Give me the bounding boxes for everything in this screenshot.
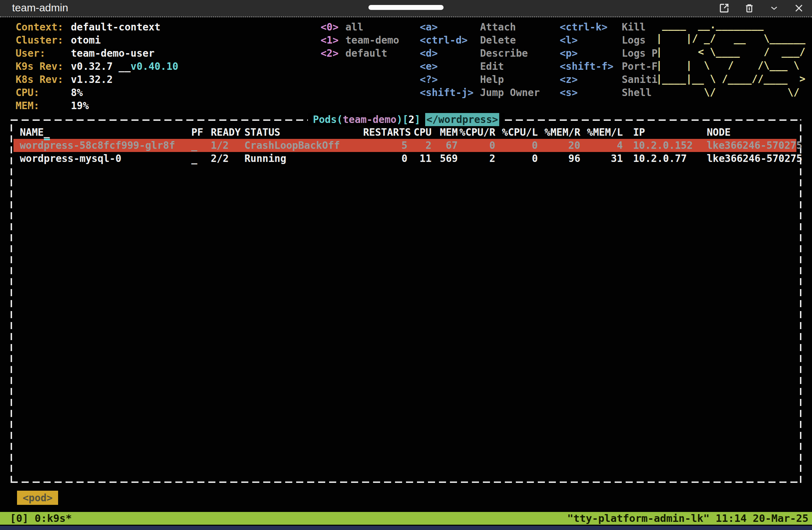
- col-header-restarts: RESTARTS: [363, 126, 407, 139]
- pod-node: lke366246-570275: [697, 139, 802, 152]
- hotkey: <2>: [321, 47, 345, 60]
- hotkey-label: Delete: [480, 34, 516, 47]
- info-row-cluster: Cluster: otomi: [16, 34, 178, 47]
- breadcrumb-mid: )[: [396, 113, 408, 126]
- info-value: default-context: [71, 21, 160, 34]
- k9s-version: v0.32.7 __: [71, 61, 131, 72]
- info-label: CPU:: [16, 86, 71, 99]
- command-edit[interactable]: <e> Edit: [420, 60, 540, 73]
- trash-icon[interactable]: [744, 2, 755, 14]
- info-value: team-demo-user: [71, 47, 154, 60]
- command-port-forward[interactable]: <shift-f> Port-F: [560, 60, 658, 73]
- pod-cpu: 11: [407, 152, 432, 165]
- info-row-k9s-rev: K9s Rev: v0.32.7 __v0.40.10: [16, 60, 178, 73]
- cluster-info: Context: default-context Cluster: otomi …: [16, 21, 178, 112]
- hotkey-label: all: [345, 21, 363, 34]
- pod-name: wordpress-58c8fcf999-glr8f: [13, 139, 191, 152]
- info-value: 19%: [71, 99, 89, 112]
- command-help[interactable]: <?> Help: [420, 73, 540, 86]
- info-label: Context:: [16, 21, 71, 34]
- tmux-host-time: "tty-platform-admin-lk" 11:14 20-Mar-25: [567, 512, 808, 525]
- col-header-name: NAME_: [13, 126, 191, 139]
- info-label: User:: [16, 47, 71, 60]
- info-value: v0.32.7 __v0.40.10: [71, 60, 178, 73]
- info-value: otomi: [71, 34, 101, 47]
- pod-pcpu-r: 0: [458, 139, 495, 152]
- col-header-node: NODE: [697, 126, 796, 139]
- title-bar: team-admin: [0, 0, 812, 17]
- command-describe[interactable]: <d> Describe: [420, 47, 540, 60]
- hotkey: <z>: [560, 73, 622, 86]
- command-jump-owner[interactable]: <shift-j> Jump Owner: [420, 86, 540, 99]
- table-row[interactable]: wordpress-mysql-0 _ 2/2 Running 0 11 569…: [13, 152, 796, 165]
- pod-pmem-r: 20: [538, 139, 580, 152]
- info-label: Cluster:: [16, 34, 71, 47]
- command-sanitize[interactable]: <z> Saniti: [560, 73, 658, 86]
- drag-handle[interactable]: [368, 5, 444, 10]
- info-value: 8%: [71, 86, 83, 99]
- pod-ready: 2/2: [211, 152, 244, 165]
- hotkey: <1>: [321, 34, 345, 47]
- table-row[interactable]: wordpress-58c8fcf999-glr8f _ 1/2 CrashLo…: [13, 139, 796, 152]
- command-menu-col2: <ctrl-k> Kill <l> Logs <p> Logs P <shift…: [560, 21, 658, 99]
- pod-pmem-l: 4: [580, 139, 623, 152]
- col-header-ready: READY: [211, 126, 244, 139]
- window-title: team-admin: [12, 2, 68, 14]
- hotkey-label: Attach: [480, 21, 516, 34]
- pod-ready: 1/2: [211, 139, 244, 152]
- tmux-session-label: [0] 0:k9s*: [10, 512, 72, 525]
- command-logs[interactable]: <l> Logs: [560, 34, 658, 47]
- hotkey: <a>: [420, 21, 480, 34]
- hotkey-label: Kill: [622, 21, 645, 34]
- resource-crumb: <pod>: [17, 491, 58, 505]
- namespace-hotkeys: <0> all <1> team-demo <2> default: [321, 21, 399, 60]
- pod-pf: _: [191, 152, 211, 165]
- hotkey: <d>: [420, 47, 480, 60]
- col-header-pmem-l: %MEM/L: [580, 126, 623, 139]
- hotkey: <p>: [560, 47, 622, 60]
- k9s-terminal: Context: default-context Cluster: otomi …: [0, 17, 812, 530]
- hotkey-label: Logs P: [622, 47, 658, 60]
- close-icon[interactable]: [794, 3, 804, 13]
- pod-node: lke366246-570275: [697, 152, 802, 165]
- pod-pf: _: [191, 139, 211, 152]
- hotkey: <s>: [560, 86, 622, 99]
- command-delete[interactable]: <ctrl-d> Delete: [420, 34, 540, 47]
- table-header-row: NAME_ PF READY STATUS RESTARTS CPU MEM %…: [13, 126, 796, 139]
- pod-pcpu-l: 0: [495, 152, 538, 165]
- namespace-name: team-demo: [343, 113, 396, 126]
- filter-chip: </wordpress>: [425, 113, 499, 126]
- hotkey-label: Port-F: [622, 60, 658, 73]
- namespace-item-team-demo[interactable]: <1> team-demo: [321, 34, 399, 47]
- k9s-logo: ____ __.________ | |/ _/ __ \______ | < …: [656, 18, 805, 99]
- pod-ip: 10.2.0.152: [623, 139, 697, 152]
- tmux-status-bar: [0] 0:k9s* "tty-platform-admin-lk" 11:14…: [0, 512, 812, 525]
- hotkey: <l>: [560, 34, 622, 47]
- hotkey-label: Saniti: [622, 73, 658, 86]
- hotkey-label: Edit: [480, 60, 504, 73]
- pod-status: Running: [244, 152, 363, 165]
- col-header-mem: MEM: [432, 126, 458, 139]
- hotkey: <0>: [321, 21, 345, 34]
- namespace-item-all[interactable]: <0> all: [321, 21, 399, 34]
- namespace-item-default[interactable]: <2> default: [321, 47, 399, 60]
- pods-breadcrumb: Pods(team-demo)[2]</wordpress>: [308, 113, 504, 126]
- pod-ip: 10.2.0.77: [623, 152, 697, 165]
- info-row-context: Context: default-context: [16, 21, 178, 34]
- command-menu-col1: <a> Attach <ctrl-d> Delete <d> Describe …: [420, 21, 540, 99]
- info-row-cpu: CPU: 8%: [16, 86, 178, 99]
- hotkey-label: team-demo: [345, 34, 399, 47]
- col-header-pmem-r: %MEM/R: [538, 126, 580, 139]
- hotkey-label: Logs: [622, 34, 645, 47]
- col-header-cpu: CPU: [407, 126, 432, 139]
- chevron-down-icon[interactable]: [769, 4, 779, 13]
- command-shell[interactable]: <s> Shell: [560, 86, 658, 99]
- info-row-mem: MEM: 19%: [16, 99, 178, 112]
- hotkey: <e>: [420, 60, 480, 73]
- command-attach[interactable]: <a> Attach: [420, 21, 540, 34]
- hotkey: <?>: [420, 73, 480, 86]
- command-logs-previous[interactable]: <p> Logs P: [560, 47, 658, 60]
- open-in-new-icon[interactable]: [718, 2, 730, 14]
- command-kill[interactable]: <ctrl-k> Kill: [560, 21, 658, 34]
- pod-pmem-r: 96: [538, 152, 580, 165]
